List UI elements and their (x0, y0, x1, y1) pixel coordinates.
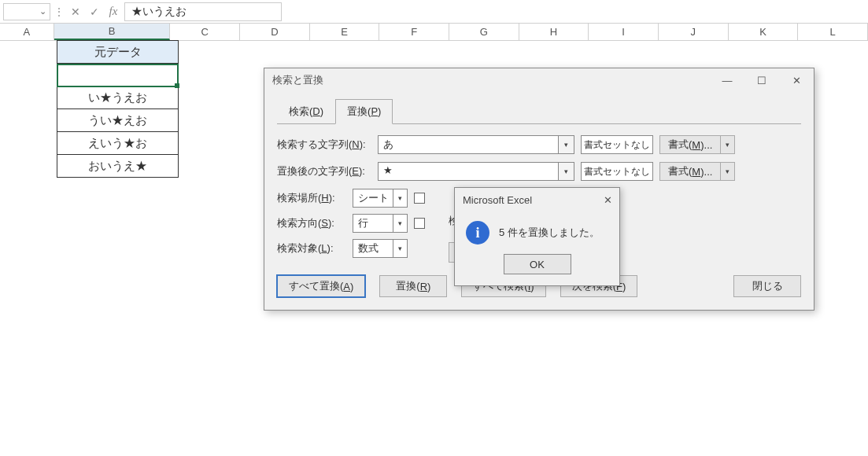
replace-format-button[interactable]: 書式(M)... ▾ (659, 162, 735, 181)
cancel-icon[interactable]: ✕ (68, 4, 83, 20)
close-button[interactable]: 閉じる (733, 275, 801, 297)
direction-select[interactable]: 行▾ (353, 214, 408, 233)
col-header-A[interactable]: A (0, 24, 54, 40)
dialog-titlebar[interactable]: 検索と置換 — ☐ ✕ (264, 68, 814, 92)
col-header-D[interactable]: D (240, 24, 310, 40)
worksheet-grid[interactable]: A B C D E F G H I J K L 元データ ★いうえお い★うえお… (0, 24, 868, 41)
msgbox-titlebar[interactable]: Microsoft Excel ✕ (455, 188, 619, 211)
data-table: 元データ ★いうえお い★うえお うい★えお えいう★お おいうえ★ (57, 41, 179, 178)
table-row[interactable]: おいうえ★ (57, 154, 179, 178)
find-input[interactable]: あ (378, 135, 559, 154)
table-header[interactable]: 元データ (57, 40, 179, 64)
table-row[interactable]: い★うえお (57, 86, 179, 109)
within-label: 検索場所(H): (277, 191, 346, 205)
enter-icon[interactable]: ✓ (87, 4, 102, 20)
column-headers: A B C D E F G H I J K L (0, 24, 868, 41)
fx-icon[interactable]: fx (105, 4, 121, 20)
find-format-state: 書式セットなし (581, 135, 653, 154)
col-header-K[interactable]: K (729, 24, 799, 40)
ok-button[interactable]: OK (504, 254, 571, 274)
col-header-L[interactable]: L (798, 24, 868, 40)
direction-label: 検索方向(S): (277, 216, 346, 230)
tab-find[interactable]: 検索(D) (277, 99, 335, 124)
find-format-button[interactable]: 書式(M)... ▾ (659, 135, 735, 154)
table-row[interactable]: うい★えお (57, 108, 179, 132)
lookin-select[interactable]: 数式▾ (353, 239, 408, 258)
checkbox[interactable] (414, 218, 425, 229)
tab-replace[interactable]: 置換(P) (335, 99, 393, 124)
replace-dropdown-icon[interactable]: ▾ (559, 162, 574, 181)
col-header-F[interactable]: F (379, 24, 449, 40)
formula-bar: ⌄ ⋮ ✕ ✓ fx ★いうえお (0, 0, 868, 24)
table-row[interactable]: えいう★お (57, 131, 179, 155)
divider-icon: ⋮ (54, 6, 65, 18)
info-icon: i (466, 221, 489, 245)
col-header-B[interactable]: B (54, 24, 171, 40)
within-select[interactable]: シート▾ (353, 189, 408, 208)
col-header-C[interactable]: C (170, 24, 240, 40)
name-box[interactable]: ⌄ (3, 3, 50, 20)
dialog-tabs: 検索(D) 置換(P) (277, 98, 801, 124)
replace-format-state: 書式セットなし (581, 162, 653, 181)
col-header-I[interactable]: I (589, 24, 659, 40)
replace-all-button[interactable]: すべて置換(A) (277, 275, 365, 297)
replace-button[interactable]: 置換(R) (379, 275, 447, 297)
col-header-J[interactable]: J (659, 24, 729, 40)
close-icon[interactable]: ✕ (600, 193, 615, 207)
table-row[interactable]: ★いうえお (57, 63, 179, 86)
name-box-arrow: ⌄ (39, 6, 46, 17)
checkbox[interactable] (414, 193, 425, 204)
msgbox-title: Microsoft Excel (463, 194, 532, 206)
message-box: Microsoft Excel ✕ i 5 件を置換しました。 OK (454, 187, 620, 286)
chevron-down-icon[interactable]: ▾ (721, 162, 735, 181)
minimize-icon[interactable]: — (710, 68, 744, 92)
find-dropdown-icon[interactable]: ▾ (559, 135, 574, 154)
replace-input[interactable]: ★ (378, 162, 559, 181)
col-header-E[interactable]: E (310, 24, 380, 40)
find-label: 検索する文字列(N): (277, 138, 371, 152)
replace-label: 置換後の文字列(E): (277, 164, 371, 178)
lookin-label: 検索対象(L): (277, 241, 346, 256)
formula-input[interactable]: ★いうえお (124, 2, 282, 21)
msgbox-message: 5 件を置換しました。 (499, 226, 600, 240)
close-icon[interactable]: ✕ (779, 68, 814, 92)
col-header-H[interactable]: H (519, 24, 589, 40)
chevron-down-icon[interactable]: ▾ (721, 135, 735, 154)
col-header-G[interactable]: G (449, 24, 519, 40)
dialog-title: 検索と置換 (272, 73, 323, 87)
maximize-icon[interactable]: ☐ (744, 68, 779, 92)
